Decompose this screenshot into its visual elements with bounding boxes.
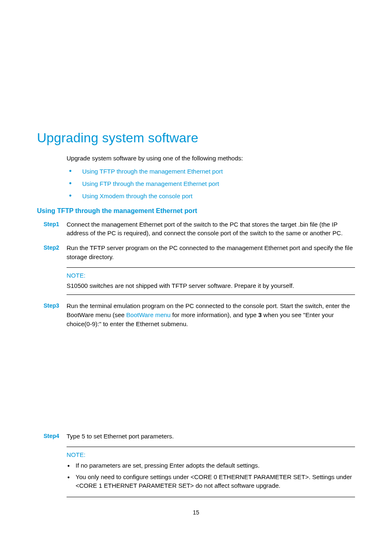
note-box-2: NOTE: If no parameters are set, pressing… [67, 447, 355, 497]
step-body: Type 5 to set Ethernet port parameters. [67, 432, 355, 441]
list-item: Using TFTP through the management Ethern… [67, 167, 355, 176]
note-label: NOTE: [67, 450, 355, 459]
link-tftp[interactable]: Using TFTP through the management Ethern… [82, 168, 223, 175]
step-3: Step3 Run the terminal emulation program… [44, 301, 355, 328]
step-4: Step4 Type 5 to set Ethernet port parame… [44, 432, 355, 441]
step-label: Step2 [44, 243, 67, 262]
step-1: Step1 Connect the management Ethernet po… [44, 220, 355, 238]
step-body: Run the terminal emulation program on th… [67, 301, 355, 328]
step-label: Step3 [44, 301, 67, 328]
intro-text: Upgrade system software by using one of … [67, 154, 355, 163]
bootware-menu-link[interactable]: BootWare menu [126, 311, 171, 318]
link-xmodem[interactable]: Using Xmodem through the console port [82, 192, 192, 199]
step-text-mid: for more information), and type [171, 311, 258, 318]
note-label: NOTE: [67, 271, 355, 280]
content-gap [37, 334, 355, 432]
step-label: Step1 [44, 220, 67, 238]
method-link-list: Using TFTP through the management Ethern… [67, 167, 355, 200]
note-text: S10500 switches are not shipped with TFT… [67, 281, 355, 290]
step-label: Step4 [44, 432, 67, 441]
list-item: Using FTP through the management Etherne… [67, 179, 355, 188]
step-body: Run the TFTP server program on the PC co… [67, 243, 355, 262]
note-list-item: If no parameters are set, pressing Enter… [67, 461, 355, 470]
section-heading: Using TFTP through the management Ethern… [37, 206, 355, 216]
note-list-item: You only need to configure settings unde… [67, 473, 355, 491]
list-item: Using Xmodem through the console port [67, 192, 355, 201]
page-title: Upgrading system software [37, 128, 355, 147]
step-text-bold: 3 [258, 311, 262, 318]
link-ftp[interactable]: Using FTP through the management Etherne… [82, 180, 219, 187]
note-list: If no parameters are set, pressing Enter… [67, 461, 355, 490]
step-2: Step2 Run the TFTP server program on the… [44, 243, 355, 262]
page-number: 15 [0, 508, 392, 517]
step-body: Connect the management Ethernet port of … [67, 220, 355, 238]
note-box-1: NOTE: S10500 switches are not shipped wi… [67, 267, 355, 295]
